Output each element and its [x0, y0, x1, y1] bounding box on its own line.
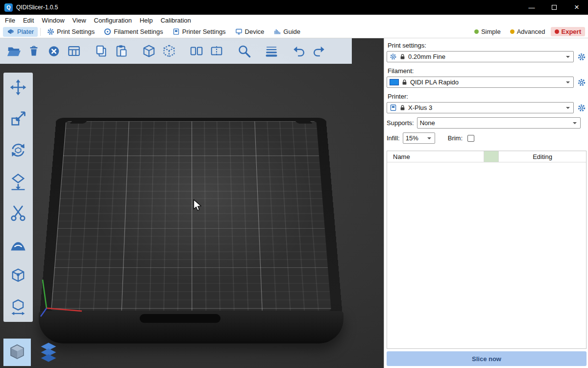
- menu-view[interactable]: View: [69, 15, 90, 26]
- preview-layers-icon: [38, 342, 59, 363]
- tab-guide-label: Guide: [283, 28, 300, 35]
- filament-gear-button[interactable]: [577, 78, 587, 87]
- place-on-face-button[interactable]: [7, 172, 29, 191]
- tab-print-settings[interactable]: Print Settings: [43, 27, 98, 36]
- infill-value: 15%: [406, 134, 418, 142]
- app-logo-icon: Q: [4, 3, 13, 12]
- gizmo-toolbar: [3, 73, 33, 322]
- scale-icon: [9, 110, 27, 128]
- menu-edit[interactable]: Edit: [19, 15, 38, 26]
- paint-supports-icon: [9, 236, 27, 253]
- tab-filament-settings[interactable]: Filament Settings: [100, 27, 167, 36]
- search-button[interactable]: [236, 42, 252, 60]
- advanced-mode-dot-icon: [510, 29, 514, 34]
- variable-layer-height-button[interactable]: [264, 42, 279, 60]
- print-settings-gear-button[interactable]: [577, 52, 587, 62]
- copy-button[interactable]: [94, 42, 109, 60]
- filament-label: Filament:: [388, 67, 586, 75]
- toolbar-group-search: [236, 42, 252, 60]
- split-to-parts-button[interactable]: [209, 42, 224, 60]
- move-icon: [9, 79, 27, 96]
- print-settings-label: Print settings:: [388, 42, 586, 49]
- cut-button[interactable]: [7, 203, 29, 223]
- mode-advanced-label: Advanced: [517, 28, 545, 35]
- undo-button[interactable]: [291, 42, 307, 60]
- tab-guide[interactable]: Guide: [270, 27, 304, 36]
- mode-advanced[interactable]: Advanced: [506, 27, 549, 36]
- seam-painting-icon: [9, 267, 27, 285]
- move-button[interactable]: [7, 78, 29, 97]
- toolbar-group-split: [189, 42, 224, 60]
- supports-label: Supports:: [387, 119, 414, 127]
- menu-configuration[interactable]: Configuration: [90, 15, 136, 26]
- 3d-editor-view-button[interactable]: [3, 339, 31, 366]
- measure-button[interactable]: [7, 297, 29, 317]
- preview-view-button[interactable]: [35, 339, 62, 366]
- view-toggles: [3, 339, 62, 366]
- object-list-header: Name Editing: [387, 151, 586, 162]
- rotate-button[interactable]: [7, 140, 29, 160]
- open-button[interactable]: [6, 42, 22, 60]
- gear-icon: [577, 104, 586, 112]
- paint-supports-button[interactable]: [7, 235, 29, 254]
- maximize-button[interactable]: [543, 0, 565, 15]
- arrange-icon: [67, 44, 81, 58]
- object-list-body[interactable]: [387, 162, 586, 348]
- lock-icon: [401, 79, 408, 85]
- column-header-name: Name: [387, 151, 484, 162]
- mouse-cursor: [193, 199, 202, 212]
- tab-print-settings-label: Print Settings: [57, 28, 95, 35]
- toolbar-group-history: [291, 42, 327, 60]
- tab-printer-settings-label: Printer Settings: [182, 28, 226, 35]
- menu-calibration[interactable]: Calibration: [157, 15, 195, 26]
- paste-button[interactable]: [114, 42, 129, 60]
- printer-label: Printer:: [388, 93, 586, 100]
- slice-now-button[interactable]: Slice now: [387, 351, 587, 366]
- menu-file[interactable]: File: [1, 15, 19, 26]
- supports-combo[interactable]: None: [417, 117, 581, 129]
- seam-painting-button[interactable]: [7, 266, 29, 286]
- delete-button[interactable]: [26, 42, 42, 60]
- print-settings-combo[interactable]: 0.20mm Fine: [387, 51, 574, 62]
- object-list: Name Editing: [387, 151, 587, 349]
- simple-mode-dot-icon: [474, 29, 479, 34]
- infill-combo[interactable]: 15%: [403, 132, 435, 144]
- mode-simple-label: Simple: [481, 28, 501, 35]
- menu-help[interactable]: Help: [136, 15, 157, 26]
- minimize-button[interactable]: —: [520, 0, 543, 15]
- arrange-button[interactable]: [66, 42, 82, 60]
- delete-all-button[interactable]: [46, 42, 62, 60]
- remove-instance-button[interactable]: [161, 42, 177, 60]
- add-instance-icon: [142, 44, 156, 58]
- add-instance-button[interactable]: [141, 42, 157, 60]
- maximize-icon: [552, 5, 557, 10]
- scale-button[interactable]: [7, 109, 29, 129]
- delete-icon: [26, 44, 41, 58]
- mode-expert[interactable]: Expert: [551, 27, 585, 36]
- tab-device-label: Device: [245, 28, 265, 35]
- tabbar: Plater Print Settings Filament Settings …: [0, 26, 588, 38]
- close-button[interactable]: ×: [565, 0, 588, 15]
- gear-icon: [390, 53, 397, 60]
- tab-plater[interactable]: Plater: [3, 27, 38, 37]
- printer-combo[interactable]: X-Plus 3: [387, 102, 574, 113]
- filament-row: QIDI PLA Rapido: [387, 77, 587, 88]
- printer-icon: [390, 104, 397, 111]
- redo-button[interactable]: [311, 42, 327, 60]
- mode-simple[interactable]: Simple: [470, 27, 505, 36]
- printer-gear-button[interactable]: [577, 103, 587, 113]
- 3d-viewport[interactable]: [0, 38, 384, 368]
- filament-combo[interactable]: QIDI PLA Rapido: [387, 77, 574, 88]
- toolbar-group-clipboard: [94, 42, 129, 60]
- filament-color-swatch: [390, 79, 399, 85]
- variable-layer-height-icon: [264, 44, 279, 58]
- main-area: Print settings: 0.20mm Fine Filament: QI…: [0, 38, 588, 368]
- brim-checkbox[interactable]: [467, 135, 474, 142]
- menu-window[interactable]: Window: [38, 15, 68, 26]
- split-to-objects-button[interactable]: [189, 42, 204, 60]
- print-settings-row: 0.20mm Fine: [387, 51, 587, 62]
- lock-icon: [399, 53, 406, 60]
- column-header-editing: Editing: [499, 151, 586, 162]
- tab-printer-settings[interactable]: Printer Settings: [169, 27, 230, 36]
- tab-device[interactable]: Device: [231, 27, 269, 36]
